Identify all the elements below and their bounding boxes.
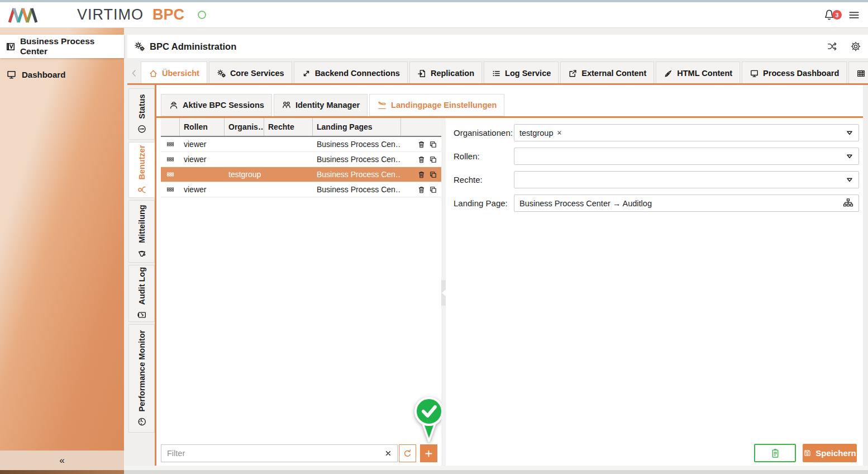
admin-tab[interactable]: External Content	[560, 61, 654, 85]
megaphone-icon	[137, 248, 147, 258]
benutzer-tab-label: Identity Manager	[295, 101, 360, 110]
main-menu-button[interactable]	[848, 9, 860, 21]
table-row[interactable]: viewer Business Process Cen…	[161, 152, 441, 167]
column-rechte[interactable]: Rechte	[264, 118, 313, 136]
landing-page-field[interactable]: Business Process Center → Auditlog	[514, 195, 859, 212]
cell-rechte	[264, 152, 313, 167]
column-rollen[interactable]: Rollen	[180, 118, 225, 136]
shuffle-icon[interactable]	[827, 41, 838, 52]
gear-icon[interactable]	[850, 41, 861, 52]
trash-icon	[417, 140, 426, 149]
table-row[interactable]: viewer Business Process Cen…	[161, 182, 441, 197]
sitemap-picker-button[interactable]	[843, 198, 853, 208]
cell-rollen: viewer	[180, 137, 225, 151]
admin-tab[interactable]: Backend Connections	[294, 61, 408, 85]
brand-bpc: BPC	[152, 6, 184, 23]
save-button[interactable]: Speichern	[803, 444, 857, 462]
organisationen-label: Organisationen:	[454, 128, 512, 138]
duplicate-row-button[interactable]	[429, 140, 437, 149]
tab-scroll-left-button[interactable]	[127, 61, 141, 85]
filter-input[interactable]	[161, 445, 379, 462]
cell-organisation: testgroup	[225, 167, 264, 182]
sidebar-title-label: Business Process Center	[20, 36, 118, 56]
row-drag-handle[interactable]	[161, 137, 180, 151]
organisationen-field[interactable]: testgroup	[514, 124, 859, 141]
table-header-row: Rollen Organis… Rechte Landing Pages	[161, 118, 441, 137]
page-title: BPC Administration	[150, 41, 236, 52]
section-tab[interactable]: Status	[128, 88, 155, 140]
admin-tab[interactable]: HTML Content	[656, 61, 740, 85]
benutzer-tab[interactable]: Aktive BPC Sessions	[161, 94, 272, 116]
delete-row-button[interactable]	[417, 155, 426, 164]
benutzer-tab[interactable]: Identity Manager	[274, 94, 368, 116]
admin-tab[interactable]: Log Service	[484, 61, 559, 85]
dropdown-arrow-button[interactable]	[846, 129, 853, 137]
remove-chip-button[interactable]	[556, 130, 562, 136]
file-export-icon	[417, 69, 427, 78]
floppy-icon	[803, 449, 812, 457]
section-tab[interactable]: Audit Log	[128, 265, 155, 322]
tab-label: Übersicht	[162, 69, 199, 78]
notifications-button[interactable]: 3	[823, 8, 836, 21]
rechte-field[interactable]	[514, 171, 859, 188]
duplicate-row-button[interactable]	[429, 186, 437, 194]
cell-landing-pages: Business Process Cen…	[313, 137, 401, 151]
chevron-down-icon	[846, 153, 853, 160]
sidebar-app-title[interactable]: Business Process Center	[0, 35, 124, 58]
brand-virtimo: VIRTIMO	[77, 6, 144, 23]
splitter-handle[interactable]	[441, 280, 446, 306]
reset-button[interactable]	[399, 444, 416, 462]
section-tab-label: Performance Monitor	[137, 330, 146, 412]
drag-dots-icon	[166, 186, 174, 193]
cell-organisation	[225, 137, 264, 151]
dropdown-arrow-button[interactable]	[846, 176, 853, 184]
copy-to-clipboard-button[interactable]	[754, 444, 796, 462]
admin-tab[interactable]: Core Services	[209, 61, 292, 85]
clipboard-check-icon	[137, 310, 147, 320]
content-panel: Aktive BPC Sessions Identity Manager Lan…	[156, 85, 863, 466]
column-actions	[401, 118, 441, 136]
delete-row-button[interactable]	[417, 140, 426, 149]
add-row-button[interactable]	[420, 444, 437, 462]
bottom-status-strip	[0, 470, 868, 474]
detective-icon	[169, 100, 179, 110]
monitor-icon	[6, 69, 17, 80]
duplicate-row-button[interactable]	[429, 155, 437, 164]
section-tab[interactable]: Performance Monitor	[128, 324, 155, 433]
landingpage-table: Rollen Organis… Rechte Landing Pages vie…	[161, 118, 441, 197]
panel-splitter[interactable]	[441, 118, 446, 466]
cell-rechte	[264, 182, 313, 197]
v-logo-icon	[6, 41, 16, 52]
column-organisation[interactable]: Organis…	[225, 118, 264, 136]
benutzer-tab[interactable]: Landingpage Einstellungen	[369, 94, 504, 116]
delete-row-button[interactable]	[417, 170, 426, 179]
table-row[interactable]: viewer Business Process Cen…	[161, 137, 441, 152]
section-tab[interactable]: Benutzer	[128, 142, 155, 198]
delete-row-button[interactable]	[417, 186, 426, 194]
admin-tab[interactable]: Process Dashboard	[742, 61, 847, 85]
row-drag-handle[interactable]	[161, 167, 180, 182]
clear-filter-button[interactable]	[379, 449, 397, 457]
duplicate-row-button[interactable]	[429, 170, 437, 179]
person-icon	[137, 185, 147, 195]
table-row[interactable]: testgroup Business Process Cen…	[161, 167, 441, 182]
chevron-left-icon	[130, 69, 139, 78]
benutzer-tab-label: Aktive BPC Sessions	[183, 101, 264, 110]
column-landing-pages[interactable]: Landing Pages	[313, 118, 401, 136]
section-tab[interactable]: Mitteilung	[128, 200, 155, 263]
admin-tab[interactable]: Übersicht	[141, 61, 207, 85]
collapse-left-icon	[442, 290, 446, 296]
section-tab-label: Status	[137, 94, 146, 118]
cell-organisation	[225, 152, 264, 167]
admin-tab[interactable]: Replication	[409, 61, 482, 85]
rollen-field[interactable]	[514, 148, 859, 165]
clipboard-icon	[770, 448, 780, 458]
row-drag-handle[interactable]	[161, 182, 180, 197]
sidebar-collapse-button[interactable]: «	[0, 451, 124, 470]
filter-field	[161, 444, 398, 462]
cell-organisation	[225, 182, 264, 197]
sidebar-item-dashboard[interactable]: Dashboard	[0, 64, 124, 85]
row-drag-handle[interactable]	[161, 152, 180, 167]
tab-scroll-right-button[interactable]	[858, 61, 868, 85]
dropdown-arrow-button[interactable]	[846, 153, 853, 160]
